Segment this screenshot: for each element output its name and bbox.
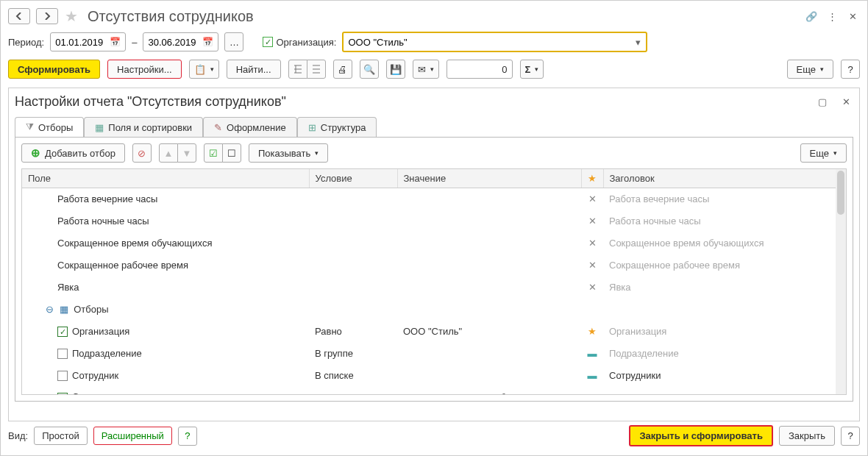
nav-forward-button[interactable]: [36, 8, 58, 24]
tab-filters[interactable]: ⧩Отборы: [15, 117, 84, 137]
status-icon-cell[interactable]: ▬: [581, 365, 603, 387]
condition-cell[interactable]: [309, 188, 397, 210]
condition-cell[interactable]: Равно: [309, 321, 397, 343]
scrollbar[interactable]: [836, 169, 846, 394]
status-icon-cell[interactable]: ✕: [581, 232, 603, 254]
table-row[interactable]: ПодразделениеВ группе▬Подразделение: [22, 343, 846, 365]
col-condition[interactable]: Условие: [309, 169, 397, 188]
org-checkbox[interactable]: ✓ Организация:: [263, 37, 336, 48]
condition-cell[interactable]: [309, 277, 397, 299]
col-field[interactable]: Поле: [22, 169, 309, 188]
condition-cell[interactable]: В группе: [309, 343, 397, 365]
calendar-icon[interactable]: 📅: [108, 37, 122, 47]
email-button[interactable]: ✉▾: [413, 60, 439, 79]
close-icon[interactable]: ✕: [839, 94, 853, 109]
condition-cell[interactable]: [309, 232, 397, 254]
status-icon-cell[interactable]: ✕: [581, 277, 603, 299]
settings-button[interactable]: Настройки...: [107, 60, 182, 79]
date-to-input[interactable]: [146, 36, 201, 49]
calendar-icon[interactable]: 📅: [201, 37, 215, 47]
favorite-star-icon[interactable]: ★: [64, 9, 79, 24]
table-row[interactable]: Сокращенное время обучающихся✕Сокращенно…: [22, 232, 846, 254]
mode-simple-button[interactable]: Простой: [34, 427, 88, 445]
date-from-field[interactable]: 📅: [50, 32, 126, 51]
value-cell[interactable]: [397, 277, 581, 299]
header-cell[interactable]: Состояние: [603, 387, 846, 396]
status-icon-cell[interactable]: ✕: [581, 188, 603, 210]
status-icon-cell[interactable]: ★: [581, 321, 603, 343]
col-header[interactable]: Заголовок: [603, 169, 846, 188]
generate-button[interactable]: Сформировать: [8, 60, 100, 79]
period-select-button[interactable]: …: [224, 32, 243, 51]
collapse-icon[interactable]: ⊖: [46, 304, 54, 315]
show-mode-button[interactable]: Показывать▾: [249, 143, 328, 163]
col-value[interactable]: Значение: [397, 169, 581, 188]
table-row[interactable]: Работа вечерние часы✕Работа вечерние час…: [22, 188, 846, 210]
header-cell[interactable]: Сокращенное время обучающихся: [603, 232, 846, 254]
add-filter-button[interactable]: ⊕Добавить отбор: [21, 143, 125, 163]
move-down-button[interactable]: ▼: [177, 143, 196, 163]
header-cell[interactable]: Подразделение: [603, 343, 846, 365]
header-cell[interactable]: Сотрудники: [603, 365, 846, 387]
header-cell[interactable]: Работа ночные часы: [603, 210, 846, 232]
find-button[interactable]: Найти...: [227, 60, 281, 79]
footer-help2-button[interactable]: ?: [841, 427, 860, 446]
checkbox-on[interactable]: ✓: [57, 327, 68, 337]
value-cell[interactable]: ООО "Стиль": [397, 321, 581, 343]
checkbox-off[interactable]: [57, 371, 68, 381]
checkbox-off[interactable]: [57, 349, 68, 359]
sum-button[interactable]: Σ▾: [520, 60, 544, 79]
link-icon[interactable]: 🔗: [804, 9, 819, 24]
table-row[interactable]: ✓ОрганизацияРавноООО "Стиль"★Организация: [22, 321, 846, 343]
maximize-icon[interactable]: ▢: [815, 94, 830, 109]
table-row[interactable]: СотрудникВ списке▬Сотрудники: [22, 365, 846, 387]
value-cell[interactable]: [397, 365, 581, 387]
status-icon-cell[interactable]: ✕: [581, 254, 603, 277]
value-cell[interactable]: [397, 254, 581, 277]
status-icon-cell[interactable]: ▬: [581, 343, 603, 365]
more-button[interactable]: Еще▾: [787, 60, 833, 79]
table-row[interactable]: Работа ночные часы✕Работа ночные часы: [22, 210, 846, 232]
save-button[interactable]: 💾: [386, 60, 405, 79]
kebab-menu-icon[interactable]: ⋮: [825, 9, 839, 24]
table-row[interactable]: ✓СостояниеРавноОтпуск по уходу за ребенк…: [22, 387, 846, 396]
preview-button[interactable]: 🔍: [360, 60, 379, 79]
condition-cell[interactable]: Равно: [309, 387, 397, 396]
uncheck-all-button[interactable]: ☐: [222, 143, 241, 163]
table-row[interactable]: Явка✕Явка: [22, 277, 846, 299]
footer-help-button[interactable]: ?: [178, 427, 197, 446]
status-icon-cell[interactable]: ✕: [581, 210, 603, 232]
help-button[interactable]: ?: [841, 60, 860, 79]
collapse-all-button[interactable]: [307, 60, 326, 79]
close-button[interactable]: Закрыть: [779, 426, 835, 446]
org-input[interactable]: [344, 37, 630, 48]
tab-appearance[interactable]: ✎Оформление: [203, 117, 297, 137]
header-cell[interactable]: Сокращенное рабочее время: [603, 254, 846, 277]
condition-cell[interactable]: [309, 210, 397, 232]
value-cell[interactable]: [397, 343, 581, 365]
header-cell[interactable]: Явка: [603, 277, 846, 299]
date-to-field[interactable]: 📅: [143, 32, 218, 51]
status-icon-cell[interactable]: ✕: [581, 387, 603, 396]
mode-advanced-button[interactable]: Расширенный: [93, 427, 172, 445]
expand-all-button[interactable]: [288, 60, 307, 79]
dropdown-icon[interactable]: ▾: [630, 37, 646, 48]
table-row[interactable]: ⊖ ▦ Отборы: [22, 299, 846, 321]
nav-back-button[interactable]: [8, 8, 30, 24]
checkbox-on[interactable]: ✓: [57, 393, 68, 395]
delete-filter-button[interactable]: ⊘: [132, 143, 152, 163]
value-cell[interactable]: [397, 210, 581, 232]
number-field[interactable]: 0: [447, 60, 513, 79]
value-cell[interactable]: Отпуск по уходу за ребенком: [397, 387, 581, 396]
tab-structure[interactable]: ⊞Структура: [297, 117, 377, 137]
date-from-input[interactable]: [54, 36, 108, 49]
value-cell[interactable]: [397, 188, 581, 210]
org-field[interactable]: ▾: [342, 32, 647, 52]
print-button[interactable]: 🖨: [333, 60, 352, 79]
close-and-generate-button[interactable]: Закрыть и сформировать: [629, 425, 773, 446]
condition-cell[interactable]: В списке: [309, 365, 397, 387]
tc-more-button[interactable]: Еще▾: [800, 143, 847, 163]
col-star[interactable]: ★: [581, 169, 603, 188]
variants-button[interactable]: 📋▾: [189, 60, 219, 79]
header-cell[interactable]: Работа вечерние часы: [603, 188, 846, 210]
